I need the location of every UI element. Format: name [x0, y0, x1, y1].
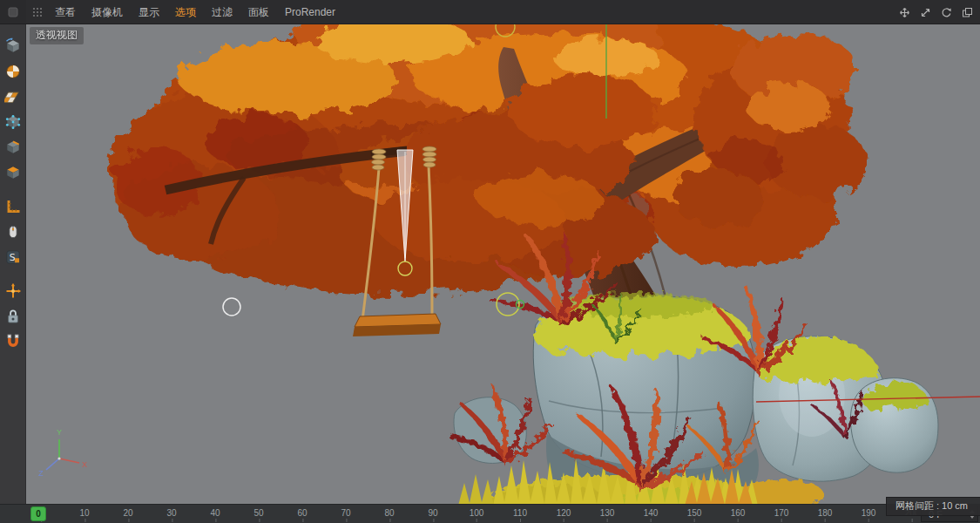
scene-render[interactable]: Y X Z [26, 24, 980, 504]
cinema4d-window: 查看摄像机显示选项过滤面板ProRender [0, 0, 980, 523]
convert-to-editable-icon[interactable] [2, 35, 24, 58]
timeline-tick: 50 [253, 508, 263, 518]
timeline-tick: 180 [818, 508, 833, 518]
viewport-nav-controls [899, 0, 973, 24]
menu-item-ProRender[interactable]: ProRender [277, 0, 343, 24]
app-corner-icon [7, 6, 19, 18]
grid-spacing-info: 网格间距 : 10 cm [886, 497, 980, 516]
timeline-tick: 150 [687, 508, 702, 518]
timeline-tick: 10 [79, 508, 89, 518]
timeline-tick: 100 [470, 508, 484, 518]
menu-item-选项[interactable]: 选项 [167, 0, 204, 24]
timeline-playhead[interactable]: 0 [30, 506, 46, 521]
edges-mode-icon[interactable] [2, 136, 24, 159]
viewport-menubar: 查看摄像机显示选项过滤面板ProRender [0, 0, 980, 24]
app-corner [0, 0, 26, 24]
pan-view-icon[interactable] [899, 7, 910, 18]
menu-item-显示[interactable]: 显示 [131, 0, 167, 24]
zoom-view-icon[interactable] [920, 7, 931, 18]
svg-text:S: S [9, 252, 15, 263]
menu-grip-icon[interactable] [31, 6, 44, 18]
timeline-tick: 20 [123, 508, 132, 518]
timeline-tick: 80 [384, 508, 394, 518]
points-mode-icon[interactable] [2, 111, 24, 133]
swing-seat [353, 314, 441, 336]
timeline-tick: 120 [557, 508, 571, 518]
toggle-view-icon[interactable] [962, 7, 973, 18]
menu-item-过滤[interactable]: 过滤 [204, 0, 240, 24]
menu-item-查看[interactable]: 查看 [47, 0, 84, 24]
timeline-tick: 60 [297, 508, 307, 518]
polygons-mode-icon[interactable] [2, 161, 24, 184]
timeline-tick: 170 [774, 508, 789, 518]
axis-z-label: Z [38, 469, 44, 478]
timeline-bar: 0102030405060708090100110120130140150160… [0, 504, 980, 523]
menu-items: 查看摄像机显示选项过滤面板ProRender [47, 0, 343, 24]
timeline-tick: 40 [210, 508, 220, 518]
workplane-mode-icon[interactable] [2, 195, 24, 218]
menu-item-面板[interactable]: 面板 [240, 0, 277, 24]
snap-s-icon[interactable]: S [2, 246, 24, 268]
texture-mode-icon[interactable] [2, 85, 24, 108]
lock-workplane-icon[interactable] [2, 305, 24, 328]
timeline-ruler[interactable]: 0102030405060708090100110120130140150160… [0, 505, 917, 523]
enable-snap-icon[interactable] [2, 330, 24, 353]
timeline-tick: 90 [428, 508, 437, 518]
timeline-tick: 30 [166, 508, 176, 518]
timeline-tick: 70 [341, 508, 350, 518]
left-tool-palette: S [0, 24, 26, 504]
viewport-solo-icon[interactable] [2, 221, 24, 243]
timeline-tick: 110 [513, 508, 527, 518]
timeline-tick: 160 [731, 508, 746, 518]
timeline-tick: 140 [644, 508, 659, 518]
perspective-viewport[interactable]: 透视视图 [26, 24, 980, 504]
model-mode-icon[interactable] [2, 60, 24, 83]
viewport-label: 透视视图 [30, 27, 84, 44]
axis-gizmo: Y X Z [38, 428, 87, 478]
timeline-tick: 190 [862, 508, 876, 518]
enable-axis-icon[interactable] [2, 280, 24, 302]
selection-circle-white[interactable] [223, 298, 240, 316]
menu-item-摄像机[interactable]: 摄像机 [84, 0, 131, 24]
timeline-tick: 130 [600, 508, 615, 518]
axis-x-label: X [82, 460, 87, 469]
rotate-view-icon[interactable] [941, 7, 952, 18]
axis-y-label: Y [57, 428, 62, 437]
